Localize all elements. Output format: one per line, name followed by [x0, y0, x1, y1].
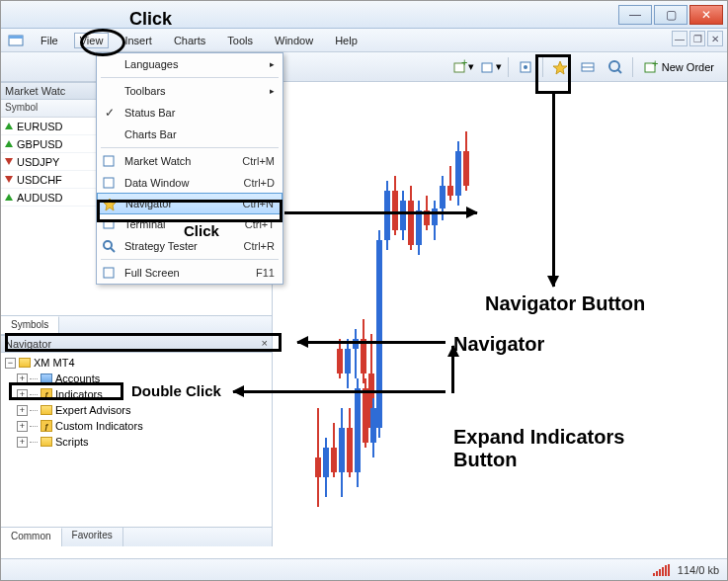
candle [370, 408, 376, 443]
menu-charts[interactable]: Charts [168, 33, 211, 48]
navigator-close-icon[interactable]: × [262, 337, 268, 349]
node-label: Indicators [55, 388, 103, 400]
status-kb: 114/0 kb [678, 564, 719, 576]
candle [355, 388, 361, 472]
menu-insert[interactable]: Insert [119, 33, 158, 48]
symbol-label: GBPUSD [17, 138, 62, 150]
market-watch-title: Market Watc [5, 85, 65, 97]
new-chart-icon[interactable]: +▾ [450, 55, 476, 79]
candle [376, 240, 382, 428]
market-watch-icon[interactable] [513, 55, 538, 79]
menu-help[interactable]: Help [329, 33, 364, 48]
collapse-icon[interactable]: − [5, 358, 16, 369]
market-watch-icon [101, 153, 117, 169]
node-label: Expert Advisors [55, 404, 130, 416]
candle [408, 201, 414, 245]
direction-down-icon [5, 158, 13, 165]
mdi-close-button[interactable]: ✕ [707, 31, 723, 46]
symbol-label: USDJPY [17, 156, 59, 168]
node-icon [40, 372, 53, 385]
minimize-button[interactable]: — [618, 5, 652, 25]
menu-languages[interactable]: Languages▸ [97, 53, 283, 75]
navigator-tab-favorites[interactable]: Favorites [62, 528, 123, 546]
direction-up-icon [5, 140, 13, 147]
menu-toolbars[interactable]: Toolbars▸ [97, 80, 283, 102]
new-order-button[interactable]: + New Order [637, 55, 721, 79]
navigator-tab-common[interactable]: Common [1, 528, 62, 546]
menu-file[interactable]: File [35, 33, 64, 48]
candle [323, 448, 329, 477]
folder-icon [18, 356, 32, 370]
annotation-arrow-navigator-menu [284, 211, 477, 214]
tree-node-expert-advisors[interactable]: +Expert Advisors [3, 402, 272, 418]
annotation-arrow-nav-button [552, 94, 555, 287]
expand-icon[interactable]: + [17, 437, 28, 448]
menu-view[interactable]: View [74, 33, 110, 48]
maximize-button[interactable]: ▢ [654, 5, 688, 25]
svg-point-18 [104, 241, 112, 249]
candle [440, 186, 445, 208]
status-bar: 114/0 kb [1, 558, 727, 580]
node-icon: ƒ [40, 387, 53, 401]
candle [463, 151, 469, 186]
svg-line-19 [111, 248, 115, 252]
tree-node-custom-indicators[interactable]: +ƒCustom Indicators [3, 418, 272, 434]
candle [400, 201, 406, 230]
chart-area[interactable] [273, 82, 727, 552]
menu-strategy-tester[interactable]: Strategy TesterCtrl+R [97, 235, 283, 257]
tree-node-accounts[interactable]: +Accounts [3, 371, 272, 386]
expand-icon[interactable]: + [17, 405, 28, 416]
candle [337, 349, 343, 374]
menu-tools[interactable]: Tools [221, 33, 259, 48]
menu-bar: File View Insert Charts Tools Window Hel… [1, 29, 727, 52]
menu-status-bar[interactable]: ✓Status Bar [97, 102, 283, 124]
annotation-arrow-indicators [233, 390, 445, 393]
menu-full-screen[interactable]: Full ScreenF11 [97, 262, 283, 284]
close-button[interactable]: ✕ [689, 5, 723, 25]
profiles-icon[interactable]: ▾ [478, 55, 504, 79]
candle [447, 186, 453, 196]
tree-node-scripts[interactable]: +Scripts [3, 434, 272, 450]
candle [416, 210, 422, 245]
menu-charts-bar[interactable]: Charts Bar [97, 124, 283, 145]
candle [455, 151, 461, 196]
candle [361, 339, 366, 374]
candle [363, 388, 368, 443]
fullscreen-icon [101, 265, 117, 281]
candle [331, 448, 337, 472]
svg-rect-17 [104, 220, 114, 228]
expand-icon[interactable]: + [17, 421, 28, 432]
menu-terminal[interactable]: TerminalCtrl+T [97, 213, 283, 235]
tree-root[interactable]: − XM MT4 [3, 355, 272, 371]
navigator-toolbar-button[interactable] [547, 55, 573, 79]
tree-root-label: XM MT4 [34, 357, 75, 369]
new-order-label: New Order [662, 61, 714, 73]
menu-data-window[interactable]: Data WindowCtrl+D [97, 172, 283, 194]
market-watch-tab-symbols[interactable]: Symbols [1, 316, 59, 334]
menu-window[interactable]: Window [269, 33, 319, 48]
strategy-tester-icon[interactable] [603, 55, 628, 79]
terminal-icon[interactable] [575, 55, 601, 79]
navigator-header[interactable]: Navigator × [1, 335, 272, 353]
data-window-icon [101, 175, 117, 191]
expand-icon[interactable]: + [17, 389, 28, 400]
navigator-title: Navigator [5, 338, 51, 350]
magnifier-icon [101, 238, 117, 254]
connection-bars-icon [653, 564, 670, 576]
svg-rect-15 [104, 178, 114, 188]
menu-market-watch[interactable]: Market WatchCtrl+M [97, 150, 283, 172]
svg-text:+: + [461, 59, 467, 68]
menu-navigator[interactable]: NavigatorCtrl+N [97, 193, 283, 214]
node-label: Scripts [55, 436, 89, 448]
mdi-minimize-button[interactable]: — [672, 31, 688, 46]
app-icon [7, 32, 25, 49]
candle [392, 191, 398, 230]
svg-rect-4 [482, 63, 492, 72]
symbol-label: EURUSD [17, 121, 62, 132]
svg-line-11 [617, 69, 621, 73]
expand-icon[interactable]: + [17, 374, 28, 384]
mdi-restore-button[interactable]: ❐ [689, 31, 705, 46]
svg-point-6 [524, 65, 527, 69]
svg-marker-16 [104, 199, 116, 210]
direction-up-icon [5, 123, 13, 129]
